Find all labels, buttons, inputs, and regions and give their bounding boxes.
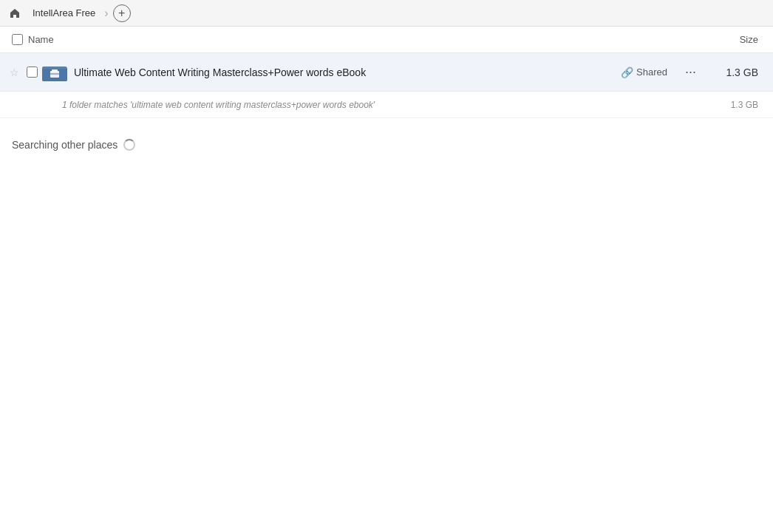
folder-icon (41, 59, 68, 86)
top-bar: IntellArea Free › + (0, 0, 773, 27)
match-info-row: 1 folder matches 'ultimate web content w… (0, 92, 773, 118)
svg-rect-3 (52, 69, 58, 72)
searching-section: Searching other places (0, 118, 773, 160)
column-header: Name Size (0, 27, 773, 53)
link-icon: 🔗 (621, 66, 633, 78)
match-text-label: 1 folder matches 'ultimate web content w… (62, 100, 708, 110)
shared-label: Shared (636, 66, 667, 78)
file-size-label: 1.3 GB (708, 66, 767, 78)
star-icon[interactable]: ☆ (6, 66, 22, 78)
name-column-header: Name (28, 34, 708, 45)
home-button[interactable] (6, 4, 24, 22)
more-options-button[interactable]: ··· (679, 61, 702, 83)
select-all-checkbox[interactable] (12, 34, 23, 45)
file-name-label: Ultimate Web Content Writing Masterclass… (74, 66, 621, 78)
file-checkbox[interactable] (27, 66, 38, 78)
app-name-label: IntellArea Free (28, 6, 100, 20)
header-checkbox-area[interactable] (6, 34, 28, 45)
file-checkbox-area[interactable] (22, 66, 41, 78)
match-size-label: 1.3 GB (708, 100, 767, 110)
add-button[interactable]: + (113, 4, 131, 22)
loading-spinner (123, 139, 135, 151)
size-column-header: Size (708, 34, 767, 45)
breadcrumb-divider: › (104, 7, 108, 20)
file-row[interactable]: ☆ Ultimate Web Content Writing Mastercla… (0, 53, 773, 92)
shared-indicator: 🔗 Shared (621, 66, 667, 78)
searching-label: Searching other places (12, 139, 118, 151)
